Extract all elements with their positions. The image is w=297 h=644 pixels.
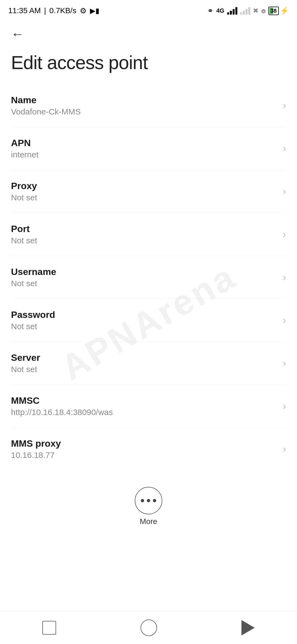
status-time-speed: 11:35 AM | 0.7KB/s ⚙ ▶▮ <box>8 6 99 15</box>
chevron-right-icon: › <box>283 186 286 197</box>
status-speed: 0.7KB/s <box>50 6 76 15</box>
more-button[interactable] <box>135 487 162 514</box>
settings-item-username-value: Not set <box>11 279 277 288</box>
settings-item-password-value: Not set <box>11 322 277 331</box>
settings-item-port-label: Port <box>11 223 277 234</box>
settings-item-port-content: Port Not set <box>11 223 277 245</box>
settings-item-mms-proxy[interactable]: MMS proxy 10.16.18.77 › <box>11 428 286 470</box>
more-section: More <box>0 476 297 534</box>
nav-recent-button[interactable] <box>42 621 56 635</box>
settings-item-username[interactable]: Username Not set › <box>11 256 286 299</box>
settings-icon: ⚙ <box>80 6 87 15</box>
wifi-icon: ⌾ <box>261 7 266 15</box>
settings-item-name-label: Name <box>11 95 277 105</box>
settings-item-name-content: Name Vodafone-Ck-MMS <box>11 95 277 116</box>
settings-item-apn[interactable]: APN internet › <box>11 127 286 170</box>
chevron-right-icon: › <box>283 143 286 154</box>
settings-item-username-content: Username Not set <box>11 266 277 288</box>
signal-bars-1 <box>227 7 237 15</box>
status-time: 11:35 AM <box>8 6 41 15</box>
bolt-icon: ⚡ <box>280 7 289 15</box>
settings-item-mmsc[interactable]: MMSC http://10.16.18.4:38090/was › <box>11 385 286 428</box>
settings-item-server-content: Server Not set <box>11 352 277 374</box>
chevron-right-icon: › <box>283 229 286 240</box>
nav-home-button[interactable] <box>141 620 157 636</box>
video-icon: ▶▮ <box>90 7 99 15</box>
settings-list: Name Vodafone-Ck-MMS › APN internet › Pr… <box>0 84 297 470</box>
settings-item-port-value: Not set <box>11 236 277 245</box>
chevron-right-icon: › <box>283 400 286 412</box>
more-dots-icon <box>141 499 156 502</box>
page-title: Edit access point <box>0 46 297 84</box>
settings-item-proxy[interactable]: Proxy Not set › <box>11 170 286 213</box>
network-4g-icon: 4G <box>216 7 224 14</box>
chevron-right-icon: › <box>283 272 286 283</box>
no-signal-icon: ✖ <box>253 7 258 15</box>
chevron-right-icon: › <box>283 100 286 111</box>
back-button[interactable]: ← <box>0 19 297 46</box>
status-right-icons: ⚭ 4G ✖ ⌾ 38 ⚡ <box>207 7 289 15</box>
settings-item-proxy-content: Proxy Not set <box>11 181 277 202</box>
settings-item-server-value: Not set <box>11 365 277 374</box>
more-label: More <box>140 517 157 526</box>
chevron-right-icon: › <box>283 358 286 369</box>
settings-item-proxy-value: Not set <box>11 193 277 202</box>
settings-item-port[interactable]: Port Not set › <box>11 213 286 256</box>
settings-item-password-content: Password Not set <box>11 309 277 331</box>
settings-item-apn-content: APN internet <box>11 138 277 159</box>
signal-bars-2 <box>240 7 250 15</box>
back-arrow-icon: ← <box>11 27 24 41</box>
status-separator: | <box>44 6 46 15</box>
settings-item-password[interactable]: Password Not set › <box>11 299 286 342</box>
bluetooth-icon: ⚭ <box>207 7 213 15</box>
settings-item-apn-value: internet <box>11 150 277 159</box>
settings-item-mms-proxy-value: 10.16.18.77 <box>11 451 277 460</box>
chevron-right-icon: › <box>283 443 286 455</box>
settings-item-mms-proxy-content: MMS proxy 10.16.18.77 <box>11 438 277 460</box>
chevron-right-icon: › <box>283 315 286 326</box>
status-bar: 11:35 AM | 0.7KB/s ⚙ ▶▮ ⚭ 4G ✖ ⌾ 38 ⚡ <box>0 0 297 19</box>
settings-item-server[interactable]: Server Not set › <box>11 342 286 385</box>
settings-item-password-label: Password <box>11 309 277 320</box>
settings-item-mms-proxy-label: MMS proxy <box>11 438 277 449</box>
settings-item-apn-label: APN <box>11 138 277 148</box>
settings-item-name[interactable]: Name Vodafone-Ck-MMS › <box>11 84 286 127</box>
settings-item-proxy-label: Proxy <box>11 181 277 191</box>
settings-item-mmsc-label: MMSC <box>11 395 277 406</box>
settings-item-mmsc-content: MMSC http://10.16.18.4:38090/was <box>11 395 277 417</box>
settings-item-server-label: Server <box>11 352 277 363</box>
battery-indicator: 38 ⚡ <box>268 7 289 15</box>
nav-back-button[interactable] <box>241 620 255 635</box>
settings-item-mmsc-value: http://10.16.18.4:38090/was <box>11 408 277 417</box>
settings-item-username-label: Username <box>11 266 277 277</box>
settings-item-name-value: Vodafone-Ck-MMS <box>11 107 277 116</box>
nav-bar <box>0 611 297 644</box>
